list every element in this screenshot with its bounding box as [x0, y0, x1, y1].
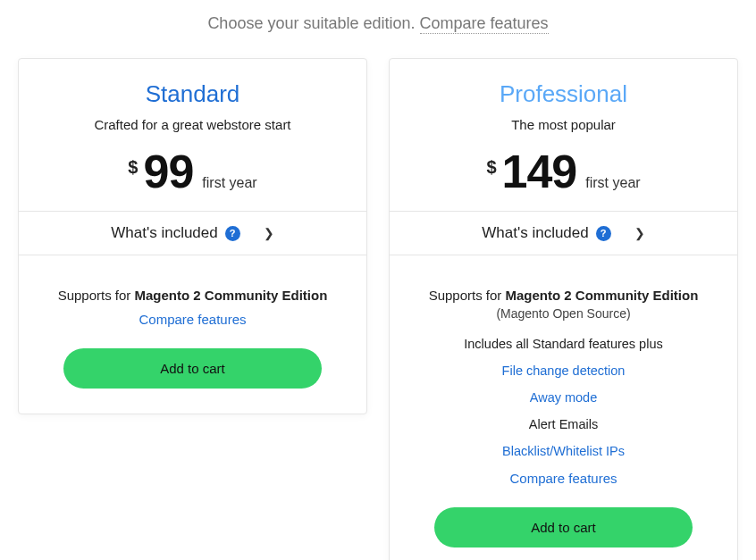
price-amount: 149 [502, 148, 577, 195]
feature-link[interactable]: File change detection [411, 364, 716, 378]
header-compare-link[interactable]: Compare features [420, 14, 549, 34]
supports-text: Supports for Magento 2 Community Edition [40, 288, 345, 303]
supports-subnote: (Magento Open Source) [411, 306, 716, 321]
whats-included-toggle[interactable]: What's included ? ❯ [19, 211, 366, 255]
compare-features-link[interactable]: Compare features [40, 312, 345, 327]
price-row: $ 99 first year [37, 148, 349, 195]
whats-included-toggle[interactable]: What's included ? ❯ [390, 211, 737, 255]
plan-tagline: Crafted for a great webstore start [37, 117, 349, 132]
feature-intro: Includes all Standard features plus [411, 337, 716, 351]
plan-body: Supports for Magento 2 Community Edition… [390, 255, 737, 560]
plan-title: Professional [407, 80, 719, 108]
price-period: first year [202, 175, 256, 191]
price-period: first year [585, 175, 640, 191]
supports-prefix: Supports for [58, 288, 135, 303]
supports-edition: Magento 2 Community Edition [506, 288, 699, 303]
plan-tagline: The most popular [407, 117, 719, 132]
add-to-cart-button[interactable]: Add to cart [63, 348, 323, 389]
info-icon: ? [596, 226, 611, 241]
header-subtitle: Choose your suitable edition. Compare fe… [18, 14, 738, 33]
feature-link[interactable]: Away mode [411, 390, 716, 405]
plan-card-standard: Standard Crafted for a great webstore st… [18, 58, 367, 414]
plan-body: Supports for Magento 2 Community Edition… [19, 255, 366, 414]
plan-title: Standard [37, 80, 349, 108]
whats-included-label: What's included [482, 224, 588, 242]
chevron-right-icon: ❯ [634, 226, 645, 240]
chevron-right-icon: ❯ [264, 226, 274, 240]
supports-text: Supports for Magento 2 Community Edition [411, 288, 716, 303]
header-lead-text: Choose your suitable edition. [207, 14, 419, 32]
pricing-plans: Standard Crafted for a great webstore st… [18, 58, 738, 560]
currency-symbol: $ [486, 157, 496, 178]
supports-edition: Magento 2 Community Edition [135, 288, 328, 303]
info-icon: ? [225, 226, 240, 241]
plan-header: Professional The most popular $ 149 firs… [390, 59, 737, 211]
compare-features-link[interactable]: Compare features [411, 471, 716, 486]
plan-card-professional: Professional The most popular $ 149 firs… [389, 58, 738, 560]
price-row: $ 149 first year [407, 148, 719, 195]
plan-header: Standard Crafted for a great webstore st… [19, 59, 366, 211]
feature-link[interactable]: Blacklist/Whitelist IPs [411, 444, 716, 458]
price-amount: 99 [143, 148, 193, 195]
add-to-cart-button[interactable]: Add to cart [434, 507, 693, 547]
feature-list: File change detectionAway modeAlert Emai… [411, 364, 716, 458]
supports-prefix: Supports for [429, 288, 506, 303]
currency-symbol: $ [128, 157, 138, 178]
whats-included-label: What's included [111, 224, 217, 242]
feature-item: Alert Emails [411, 417, 716, 431]
